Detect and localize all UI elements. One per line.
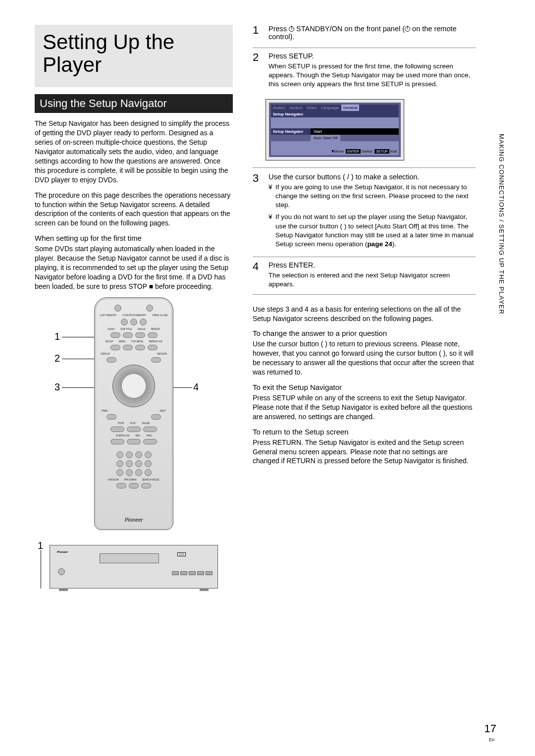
callout-4: 4: [193, 381, 199, 393]
osd-screenshot: Audio1 Audio2 Video Language General Set…: [266, 99, 404, 161]
osd-title-bar: Setup Navigator: [271, 111, 399, 117]
step-4-head: Press ENTER.: [268, 261, 476, 269]
page-title: Setting Up the Player: [43, 31, 225, 76]
step-3-bullet-2: If you do not want to set up the player …: [268, 213, 476, 249]
osd-tab-audio1: Audio1: [271, 105, 288, 111]
page-title-box: Setting Up the Player: [35, 25, 233, 87]
step-4-detail: The selection is entered and the next Se…: [268, 271, 476, 289]
intro-paragraph-2: The procedure on this page describes the…: [35, 191, 233, 228]
callout-2: 2: [54, 353, 60, 364]
remote-brand: Pioneer: [95, 517, 173, 523]
dvd-logo: DVD: [177, 552, 186, 556]
section-title-bar: Using the Setup Navigator: [35, 94, 233, 113]
step-1: 1 Press STANDBY/ON on the front panel ( …: [253, 25, 476, 48]
step-2-head: Press SETUP.: [268, 52, 476, 60]
right-column: 1 Press STANDBY/ON on the front panel ( …: [253, 25, 476, 589]
step-number: 3: [253, 173, 263, 252]
osd-option-start: Start: [311, 128, 399, 135]
after-steps-paragraph: Use steps 3 and 4 as a basis for enterin…: [253, 305, 476, 324]
step-1-head: Press STANDBY/ON on the front panel ( on…: [268, 25, 476, 41]
step-3-head: Use the cursor buttons ( / ) to make a s…: [268, 173, 476, 181]
step-3-bullet-1: If you are going to use the Setup Naviga…: [268, 183, 476, 210]
page-number: 17: [484, 722, 496, 735]
osd-tab-language: Language: [319, 105, 341, 111]
osd-tab-video: Video: [305, 105, 319, 111]
left-column: Setting Up the Player Using the Setup Na…: [35, 25, 233, 589]
intro-paragraph-1: The Setup Navigator has been designed to…: [35, 119, 233, 184]
nav-wheel: [112, 365, 155, 407]
manual-page: MAKING CONNECTIONS / SETTING UP THE PLAY…: [0, 0, 535, 756]
osd-tab-audio2: Audio2: [288, 105, 305, 111]
osd-row-label: Setup Navigator: [271, 128, 311, 135]
step-4: 4 Press ENTER. The selection is entered …: [253, 261, 476, 294]
return-setup-paragraph: Press RETURN. The Setup Navigator is exi…: [253, 438, 476, 466]
remote-control: LAST MEMORY CONDITION MEMORY OPEN/ CLOSE…: [94, 297, 173, 530]
subhead-change-answer: To change the answer to a prior question: [253, 329, 476, 337]
power-icon: [289, 26, 294, 32]
step-2-detail: When SETUP is pressed for the first time…: [268, 62, 476, 89]
step-number: 4: [253, 261, 263, 289]
side-tab-text: MAKING CONNECTIONS / SETTING UP THE PLAY…: [498, 134, 505, 315]
osd-option-autostartoff: Auto Start Off: [311, 135, 340, 141]
osd-footer: ♥Move ENTERSelect SETUPExit: [271, 147, 399, 155]
step-number: 2: [253, 52, 263, 89]
callout-3: 3: [54, 381, 60, 393]
subhead-return-setup: To return to the Setup screen: [253, 428, 476, 436]
callout-1: 1: [54, 331, 60, 342]
page-language: En: [489, 737, 494, 742]
step-number: 1: [253, 25, 263, 43]
subhead-first-time: When setting up for the first time: [35, 234, 233, 242]
subhead-exit-navigator: To exit the Setup Navigator: [253, 383, 476, 391]
exit-navigator-paragraph: Press SETUP while on any of the screens …: [253, 393, 476, 422]
step-2: 2 Press SETUP. When SETUP is pressed for…: [253, 52, 476, 94]
remote-illustration: 1 2 3 4 LAST MEMORY CONDITION MEMORY OPE…: [35, 297, 233, 589]
change-answer-paragraph: Use the cursor button ( ) to return to p…: [253, 339, 476, 377]
dvd-player-illustration: Pioneer DVD: [50, 545, 218, 589]
player-brand: Pioneer: [57, 550, 68, 553]
power-icon: [405, 26, 410, 32]
osd-tab-general: General: [341, 105, 360, 111]
first-time-paragraph: Some DVDs start playing automatically wh…: [35, 244, 233, 291]
step-3: 3 Use the cursor buttons ( / ) to make a…: [253, 173, 476, 258]
